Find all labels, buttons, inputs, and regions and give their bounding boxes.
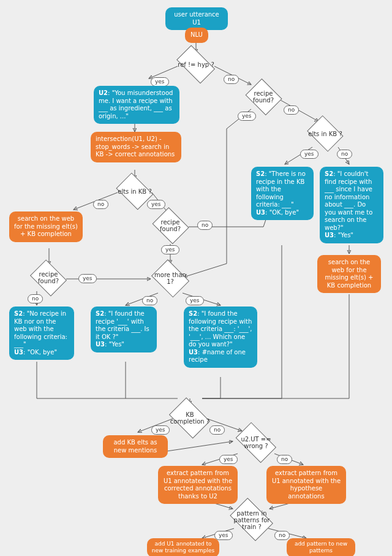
label: u2.UT == wrong ?	[232, 436, 281, 449]
edge-label-no: no	[93, 200, 108, 209]
node-add-u1-training: add U1 annotated to new training example…	[147, 538, 219, 556]
edge-label-yes: yes	[78, 274, 97, 283]
speaker: S2	[189, 310, 197, 317]
decision-kb-completion: KB completion ?	[167, 402, 213, 435]
text2: : "Yes"	[105, 341, 124, 348]
speaker: S2	[14, 310, 23, 317]
node-pattern-corrected: extract pattern from U1 annotated with t…	[158, 466, 238, 504]
edge-label-no: no	[224, 75, 239, 84]
node-web-search-right: search on the web for the missing elt(s)…	[317, 255, 381, 293]
edge-label-yes: yes	[300, 150, 318, 159]
decision-recipe-found-mid: recipe found?	[151, 210, 190, 242]
node-user-utterance: user utterance U1	[165, 7, 228, 30]
label: add KB elts as new mentions	[113, 439, 157, 454]
edge-label-yes: yes	[186, 296, 204, 305]
edge-label-no: no	[337, 150, 352, 159]
label: NLU	[190, 31, 203, 38]
edge-label-yes: yes	[151, 77, 169, 86]
decision-pattern-in-train: pattern in patterns for train ?	[227, 503, 277, 537]
node-add-pattern: add pattern to new patterns	[287, 538, 355, 556]
node-nlu: NLU	[185, 28, 208, 43]
speaker: S2	[256, 170, 265, 177]
edge-label-yes: yes	[161, 245, 179, 254]
speaker: S2	[325, 170, 333, 177]
speaker2: U3	[14, 349, 23, 356]
text: : "I found the recipe '___' with the cri…	[96, 310, 149, 340]
node-s2-many-recipes: S2: "I found the following recipe with t…	[184, 307, 257, 368]
label: extract pattern from U1 annotated with t…	[272, 470, 341, 500]
label: intersection(U1, U2) - stop_words -> sea…	[96, 135, 175, 158]
speaker2: U3	[256, 209, 265, 216]
label: KB completion ?	[167, 411, 213, 425]
edge-label-yes: yes	[238, 112, 256, 121]
edge-label-no: no	[197, 221, 213, 230]
label: add U1 annotated to new training example…	[152, 541, 215, 554]
label: search on the web for the missing elt(s)…	[325, 259, 373, 289]
node-intersection: intersection(U1, U2) - stop_words -> sea…	[91, 132, 181, 162]
decision-more-than-1: more than 1?	[149, 262, 191, 294]
decision-u2ut-wrong: u2.UT == wrong ?	[232, 428, 281, 457]
edge-label-yes: yes	[219, 455, 238, 464]
node-add-kb-mentions: add KB elts as new mentions	[103, 435, 168, 458]
label: recipe found?	[151, 219, 190, 232]
speaker2: U3	[189, 349, 198, 356]
label: more than 1?	[149, 272, 191, 285]
label: elts in KB ?	[115, 188, 154, 195]
edge-label-no: no	[277, 455, 292, 464]
speaker2: U3	[325, 232, 334, 238]
label: recipe found?	[244, 90, 283, 104]
text2: : "OK, bye"	[265, 209, 299, 216]
label: elts in KB ?	[306, 131, 344, 137]
edge-label-no: no	[28, 294, 43, 303]
node-s2-nokb: S2: "There is no recipe in the KB with t…	[251, 167, 314, 220]
text: : "No recipe in KB nor on the web with t…	[14, 310, 67, 348]
node-web-search-left: search on the web for the missing elt(s)…	[9, 211, 83, 242]
text: : "I couldn't find recipe with ___ since…	[325, 170, 372, 231]
decision-recipe-found-left: recipe found?	[28, 262, 69, 293]
speaker2: U3	[96, 341, 105, 348]
node-u2: U2: "You misunderstood me. I want a reci…	[94, 86, 179, 124]
decision-recipe-found-right: recipe found?	[244, 81, 283, 113]
node-s2-one-recipe: S2: "I found the recipe '___' with the c…	[91, 307, 157, 352]
label: recipe found?	[28, 271, 69, 284]
edge-label-yes: yes	[151, 425, 170, 435]
text2: : "Yes"	[334, 232, 353, 238]
text: : "I found the following recipe with the…	[189, 310, 252, 348]
speaker: S2	[96, 310, 104, 317]
text2: : "OK, bye"	[23, 349, 57, 356]
text: : "You misunderstood me. I want a recipe…	[99, 89, 173, 120]
label: search on the web for the missing elt(s)…	[14, 215, 78, 237]
node-s2-noinfo: S2: "I couldn't find recipe with ___ sin…	[320, 167, 383, 243]
label: extract pattern from U1 annotated with t…	[164, 470, 232, 500]
edge-label-no: no	[284, 105, 299, 115]
edge-label-yes: yes	[214, 531, 233, 540]
decision-elts-kb-2: elts in KB ?	[305, 119, 345, 148]
edge-label-yes: yes	[147, 200, 165, 209]
node-s2-noweb: S2: "No recipe in KB nor on the web with…	[9, 307, 74, 360]
flowchart-canvas: user utterance U1 NLU ref != hyp ? yes n…	[0, 0, 392, 556]
label: add pattern to new patterns	[295, 541, 347, 554]
speaker: U2	[99, 89, 108, 96]
edge-label-no: no	[209, 425, 225, 435]
label: ref != hyp ?	[175, 61, 216, 68]
node-pattern-hypothese: extract pattern from U1 annotated with t…	[266, 466, 346, 504]
decision-ref-hyp: ref != hyp ?	[173, 50, 219, 78]
label: pattern in patterns for train ?	[227, 510, 277, 530]
label: user utterance U1	[174, 11, 219, 26]
edge-label-no: no	[274, 531, 290, 540]
edge-label-no: no	[142, 296, 157, 305]
